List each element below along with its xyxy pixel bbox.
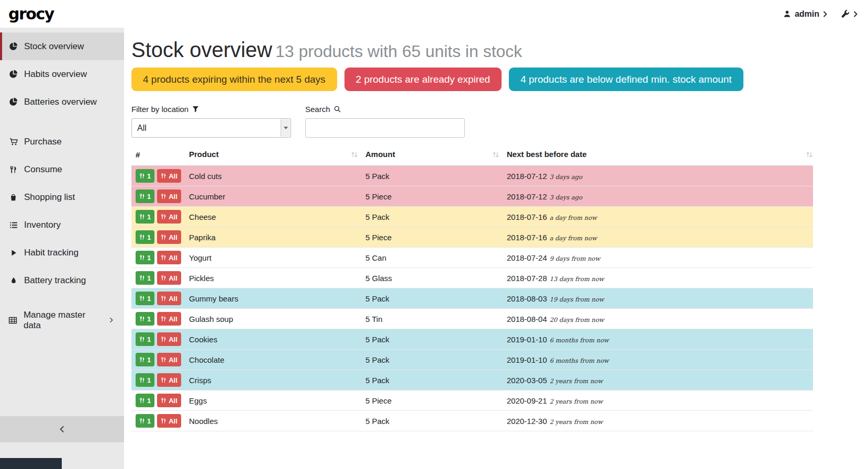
sort-icon[interactable] bbox=[351, 151, 358, 160]
product-cell: Cucumber bbox=[189, 186, 365, 207]
consume-one-button[interactable]: 1 bbox=[136, 169, 154, 183]
relative-date: a day from now bbox=[550, 214, 597, 221]
page-subtitle: 13 products with 65 units in stock bbox=[275, 42, 522, 61]
product-cell: Eggs bbox=[189, 390, 365, 411]
location-select[interactable]: All bbox=[131, 118, 291, 138]
chevron-right-icon bbox=[106, 317, 116, 323]
consume-one-button[interactable]: 1 bbox=[136, 189, 154, 203]
search-input[interactable] bbox=[305, 118, 465, 138]
best-before-cell: 2020-03-052 years from now bbox=[507, 370, 813, 390]
sidebar-item-inventory[interactable]: Inventory bbox=[0, 211, 124, 239]
relative-date: 19 days from now bbox=[550, 296, 604, 303]
consume-one-button[interactable]: 1 bbox=[136, 312, 154, 326]
sidebar-item-habit-tracking[interactable]: Habit tracking bbox=[0, 239, 124, 266]
sidebar-item-label: Manage master data bbox=[24, 310, 101, 331]
sidebar-item-shopping-list[interactable]: Shopping list bbox=[0, 183, 124, 211]
table-row: 1AllCucumber5 Piece2018-07-123 days ago bbox=[131, 186, 813, 207]
filter-icon bbox=[192, 106, 199, 113]
table-row: 1AllChocolate5 Pack2019-01-106 months fr… bbox=[131, 350, 813, 370]
list-icon bbox=[8, 221, 18, 229]
user-menu[interactable]: admin bbox=[783, 9, 827, 19]
app-logo[interactable]: grocy bbox=[8, 5, 54, 23]
pie-chart-icon bbox=[8, 97, 18, 106]
sort-icon[interactable] bbox=[492, 151, 499, 160]
main-content: Stock overview13 products with 65 units … bbox=[124, 28, 868, 469]
sidebar-item-manage-master-data[interactable]: Manage master data bbox=[0, 306, 124, 334]
sort-icon[interactable] bbox=[806, 151, 813, 160]
utensils-icon bbox=[161, 418, 166, 424]
consume-all-button[interactable]: All bbox=[157, 210, 181, 224]
consume-one-button[interactable]: 1 bbox=[136, 292, 154, 305]
search-icon bbox=[334, 106, 341, 113]
product-cell: Noodles bbox=[189, 411, 365, 431]
shopping-cart-icon bbox=[8, 138, 18, 146]
search-group: Search bbox=[305, 105, 465, 138]
table-row: 1AllCold cuts5 Pack2018-07-123 days ago bbox=[131, 166, 813, 186]
consume-all-button[interactable]: All bbox=[157, 353, 181, 366]
utensils-icon bbox=[161, 254, 166, 261]
consume-one-button[interactable]: 1 bbox=[136, 373, 154, 387]
consume-one-button[interactable]: 1 bbox=[136, 332, 154, 346]
table-header-row: # Product Amount Next best before date bbox=[131, 145, 813, 166]
best-before-cell: 2018-07-249 days from now bbox=[507, 248, 813, 268]
utensils-icon bbox=[139, 254, 145, 261]
table-row: 1AllGulash soup5 Tin2018-08-0420 days fr… bbox=[131, 309, 813, 329]
consume-one-button[interactable]: 1 bbox=[136, 251, 154, 264]
col-header-best-before[interactable]: Next best before date bbox=[507, 145, 813, 166]
consume-one-button[interactable]: 1 bbox=[136, 414, 154, 428]
sidebar-item-stock-overview[interactable]: Stock overview bbox=[0, 32, 124, 60]
product-cell: Gulash soup bbox=[189, 309, 365, 329]
consume-one-button[interactable]: 1 bbox=[136, 210, 154, 224]
sidebar-item-battery-tracking[interactable]: Battery tracking bbox=[0, 266, 124, 294]
sidebar-item-habits-overview[interactable]: Habits overview bbox=[0, 60, 124, 88]
sidebar-item-batteries-overview[interactable]: Batteries overview bbox=[0, 88, 124, 116]
amount-cell: 5 Piece bbox=[365, 227, 507, 248]
stock-table-body: 1AllCold cuts5 Pack2018-07-123 days ago1… bbox=[131, 166, 813, 431]
badge-expiring-soon[interactable]: 4 products expiring within the next 5 da… bbox=[131, 68, 337, 91]
badge-below-min-stock[interactable]: 4 products are below defined min. stock … bbox=[509, 68, 743, 91]
consume-all-button[interactable]: All bbox=[157, 251, 181, 264]
relative-date: 3 days ago bbox=[550, 173, 582, 181]
consume-all-button[interactable]: All bbox=[157, 332, 181, 346]
relative-date: 2 years from now bbox=[550, 398, 603, 405]
consume-one-button[interactable]: 1 bbox=[136, 353, 154, 366]
table-icon bbox=[8, 316, 18, 325]
consume-one-button[interactable]: 1 bbox=[136, 271, 154, 285]
settings-menu[interactable] bbox=[841, 9, 858, 18]
utensils-icon bbox=[161, 295, 166, 302]
utensils-icon bbox=[139, 418, 145, 424]
consume-one-button[interactable]: 1 bbox=[136, 230, 154, 244]
consume-all-button[interactable]: All bbox=[157, 230, 181, 244]
sidebar-item-purchase[interactable]: Purchase bbox=[0, 128, 124, 155]
consume-all-button[interactable]: All bbox=[157, 271, 181, 285]
col-header-amount[interactable]: Amount bbox=[365, 145, 507, 166]
best-before-cell: 2020-09-212 years from now bbox=[507, 390, 813, 411]
sidebar-collapse-button[interactable] bbox=[0, 416, 124, 442]
drop-icon bbox=[8, 276, 18, 285]
best-before-cell: 2018-07-123 days ago bbox=[507, 186, 813, 207]
utensils-icon bbox=[139, 336, 145, 342]
relative-date: 9 days from now bbox=[550, 255, 600, 262]
best-before-cell: 2019-01-106 months from now bbox=[507, 329, 813, 350]
consume-all-button[interactable]: All bbox=[157, 189, 181, 203]
best-before-cell: 2018-07-16a day from now bbox=[507, 207, 813, 227]
sidebar-item-label: Habit tracking bbox=[24, 248, 79, 258]
page-title: Stock overview13 products with 65 units … bbox=[131, 38, 813, 61]
consume-all-button[interactable]: All bbox=[157, 414, 181, 428]
consume-all-button[interactable]: All bbox=[157, 394, 181, 407]
consume-all-button[interactable]: All bbox=[157, 373, 181, 387]
utensils-icon bbox=[8, 165, 18, 174]
select-caret-icon bbox=[281, 119, 290, 137]
badge-already-expired[interactable]: 2 products are already expired bbox=[344, 68, 502, 91]
consume-all-button[interactable]: All bbox=[157, 169, 181, 183]
consume-all-button[interactable]: All bbox=[157, 312, 181, 326]
utensils-icon bbox=[139, 397, 145, 404]
relative-date: 20 days from now bbox=[550, 316, 604, 323]
utensils-icon bbox=[139, 193, 145, 199]
user-name: admin bbox=[795, 9, 819, 19]
col-header-product[interactable]: Product bbox=[189, 145, 365, 166]
table-row: 1AllCookies5 Pack2019-01-106 months from… bbox=[131, 329, 813, 350]
consume-one-button[interactable]: 1 bbox=[136, 394, 154, 407]
consume-all-button[interactable]: All bbox=[157, 292, 181, 305]
sidebar-item-consume[interactable]: Consume bbox=[0, 155, 124, 183]
